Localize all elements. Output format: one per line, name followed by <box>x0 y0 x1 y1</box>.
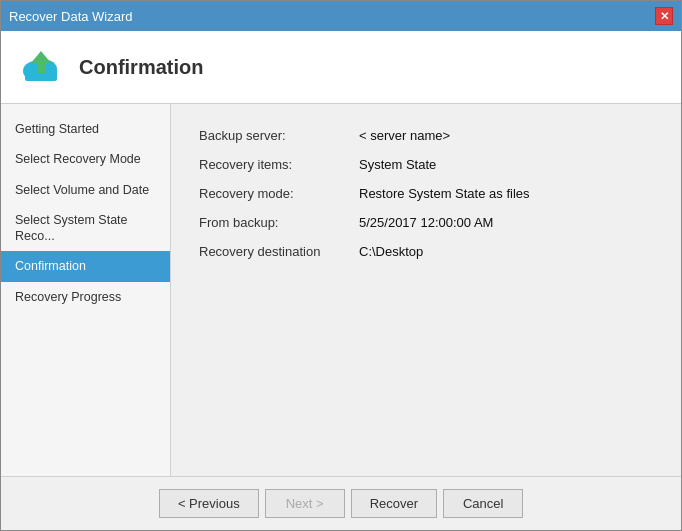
detail-label-1: Recovery items: <box>199 157 359 172</box>
detail-row-3: From backup:5/25/2017 12:00:00 AM <box>199 215 653 230</box>
main-window: Recover Data Wizard ✕ Confirmation Getti… <box>0 0 682 531</box>
detail-value-4: C:\Desktop <box>359 244 423 259</box>
sidebar-item-2[interactable]: Select Volume and Date <box>1 175 170 205</box>
previous-button[interactable]: < Previous <box>159 489 259 518</box>
main-content: Backup server:< server name>Recovery ite… <box>171 104 681 476</box>
page-title: Confirmation <box>79 56 203 79</box>
title-bar: Recover Data Wizard ✕ <box>1 1 681 31</box>
sidebar-item-4[interactable]: Confirmation <box>1 251 170 281</box>
detail-row-2: Recovery mode:Restore System State as fi… <box>199 186 653 201</box>
next-button[interactable]: Next > <box>265 489 345 518</box>
detail-label-0: Backup server: <box>199 128 359 143</box>
title-bar-controls: ✕ <box>655 7 673 25</box>
detail-label-4: Recovery destination <box>199 244 359 259</box>
sidebar-item-0[interactable]: Getting Started <box>1 114 170 144</box>
detail-label-2: Recovery mode: <box>199 186 359 201</box>
window-title: Recover Data Wizard <box>9 9 133 24</box>
sidebar-item-3[interactable]: Select System State Reco... <box>1 205 170 252</box>
header-section: Confirmation <box>1 31 681 104</box>
footer: < Previous Next > Recover Cancel <box>1 476 681 530</box>
sidebar-item-1[interactable]: Select Recovery Mode <box>1 144 170 174</box>
close-button[interactable]: ✕ <box>655 7 673 25</box>
detail-row-1: Recovery items:System State <box>199 157 653 172</box>
cancel-button[interactable]: Cancel <box>443 489 523 518</box>
detail-table: Backup server:< server name>Recovery ite… <box>199 128 653 259</box>
detail-row-4: Recovery destinationC:\Desktop <box>199 244 653 259</box>
detail-label-3: From backup: <box>199 215 359 230</box>
sidebar-item-5[interactable]: Recovery Progress <box>1 282 170 312</box>
content-area: Getting StartedSelect Recovery ModeSelec… <box>1 104 681 476</box>
detail-value-0: < server name> <box>359 128 450 143</box>
cloud-icon <box>17 43 65 91</box>
detail-value-2: Restore System State as files <box>359 186 530 201</box>
sidebar: Getting StartedSelect Recovery ModeSelec… <box>1 104 171 476</box>
detail-value-1: System State <box>359 157 436 172</box>
detail-row-0: Backup server:< server name> <box>199 128 653 143</box>
recover-button[interactable]: Recover <box>351 489 437 518</box>
detail-value-3: 5/25/2017 12:00:00 AM <box>359 215 493 230</box>
